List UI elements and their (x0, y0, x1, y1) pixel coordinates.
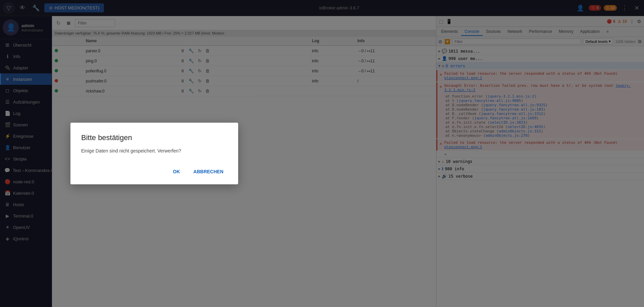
dialog-message: Einige Daten sind nicht gespeichert. Ver… (81, 148, 227, 154)
dialog-buttons: OK ABBRECHEN (81, 167, 227, 176)
cancel-button[interactable]: ABBRECHEN (190, 167, 227, 176)
ok-button[interactable]: OK (169, 167, 184, 176)
dialog-title: Bitte bestätigen (81, 133, 227, 142)
confirm-dialog-overlay: Bitte bestätigen Einige Daten sind nicht… (0, 0, 644, 307)
confirm-dialog: Bitte bestätigen Einige Daten sind nicht… (70, 123, 238, 184)
